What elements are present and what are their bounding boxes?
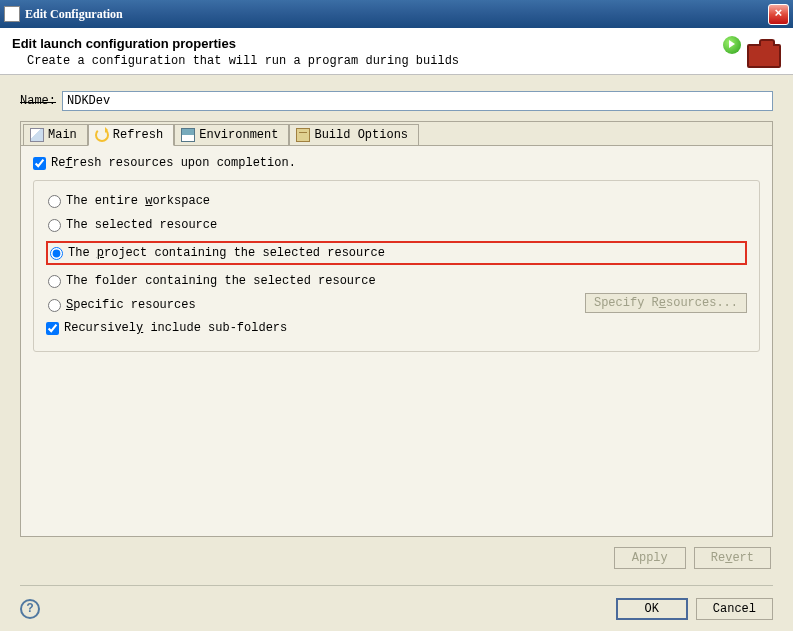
tab-main[interactable]: Main xyxy=(23,124,88,145)
ok-button[interactable]: OK xyxy=(616,598,688,620)
separator xyxy=(20,585,773,586)
radio-project-containing[interactable] xyxy=(50,247,63,260)
scope-group: The entire workspace The selected resour… xyxy=(33,180,760,352)
recursive-label: Recursively include sub-folders xyxy=(64,321,287,335)
refresh-panel: Refresh resources upon completion. The e… xyxy=(21,146,772,536)
tab-build-options-label: Build Options xyxy=(314,128,408,142)
bottom-bar: ? OK Cancel xyxy=(0,592,793,630)
apply-button[interactable]: Apply xyxy=(614,547,686,569)
cancel-button[interactable]: Cancel xyxy=(696,598,773,620)
tab-environment[interactable]: Environment xyxy=(174,124,289,145)
radio-specific-resources[interactable] xyxy=(48,299,61,312)
tab-environment-label: Environment xyxy=(199,128,278,142)
radio-selected-resource[interactable] xyxy=(48,219,61,232)
radio-project-containing-label: The project containing the selected reso… xyxy=(68,246,385,260)
radio-selected-resource-label: The selected resource xyxy=(66,218,217,232)
app-icon xyxy=(4,6,20,22)
recursive-checkbox[interactable] xyxy=(46,322,59,335)
toolbox-icon xyxy=(747,44,781,68)
tab-strip: Main Refresh Environment Build Options xyxy=(21,122,772,146)
run-icon xyxy=(723,36,741,54)
tab-refresh-label: Refresh xyxy=(113,128,163,142)
specify-resources-button: Specify Resources... xyxy=(585,293,747,313)
environment-icon xyxy=(181,128,195,142)
radio-folder-containing[interactable] xyxy=(48,275,61,288)
tab-build-options[interactable]: Build Options xyxy=(289,124,419,145)
tab-container: Main Refresh Environment Build Options R… xyxy=(20,121,773,537)
radio-folder-containing-label: The folder containing the selected resou… xyxy=(66,274,376,288)
window-title: Edit Configuration xyxy=(25,7,768,22)
header-subtitle: Create a configuration that will run a p… xyxy=(27,54,723,68)
name-input[interactable] xyxy=(62,91,773,111)
radio-entire-workspace-label: The entire workspace xyxy=(66,194,210,208)
refresh-on-completion-checkbox[interactable] xyxy=(33,157,46,170)
tab-refresh[interactable]: Refresh xyxy=(88,124,174,146)
build-options-icon xyxy=(296,128,310,142)
radio-entire-workspace[interactable] xyxy=(48,195,61,208)
tab-main-label: Main xyxy=(48,128,77,142)
radio-specific-resources-label: Specific resources xyxy=(66,298,196,312)
header: Edit launch configuration properties Cre… xyxy=(0,28,793,75)
titlebar: Edit Configuration × xyxy=(0,0,793,28)
refresh-icon xyxy=(95,128,109,142)
help-icon[interactable]: ? xyxy=(20,599,40,619)
header-title: Edit launch configuration properties xyxy=(12,36,723,51)
revert-button[interactable]: Revert xyxy=(694,547,771,569)
main-icon xyxy=(30,128,44,142)
close-button[interactable]: × xyxy=(768,4,789,25)
name-label: Name: xyxy=(20,94,56,108)
refresh-on-completion-label: Refresh resources upon completion. xyxy=(51,156,296,170)
